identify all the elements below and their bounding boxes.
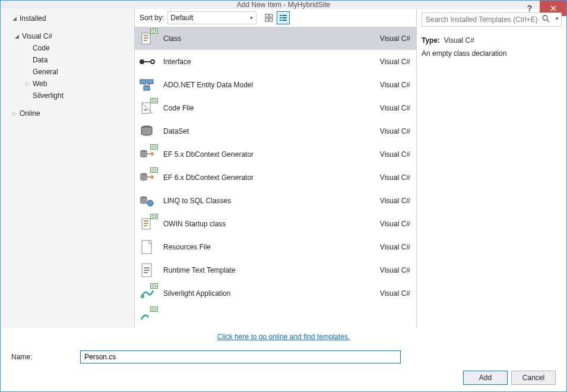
details-panel: ▼ Type: Visual C# An empty class declara…	[417, 9, 566, 328]
template-row[interactable]: InterfaceVisual C#	[135, 50, 416, 73]
template-row[interactable]: C#Silverlight ApplicationVisual C#	[135, 282, 416, 305]
template-row[interactable]: C#EF 6.x DbContext GeneratorVisual C#	[135, 166, 416, 189]
template-row[interactable]: C#Code FileVisual C#	[135, 96, 416, 119]
svg-rect-13	[144, 40, 147, 41]
tree-silverlight[interactable]: Silverlight	[1, 90, 134, 102]
svg-point-39	[543, 15, 547, 20]
window-title: Add New Item - MyHybridSite	[1, 1, 566, 9]
template-name: Runtime Text Template	[163, 266, 373, 274]
svg-rect-5	[282, 15, 287, 16]
svg-point-28	[147, 200, 153, 206]
view-small-icons-button[interactable]	[277, 11, 290, 24]
svg-line-40	[547, 20, 549, 22]
svg-rect-23	[144, 109, 147, 110]
svg-rect-35	[144, 267, 150, 268]
detail-description: An empty class declaration	[422, 49, 562, 58]
search-box: ▼	[422, 12, 562, 27]
chevron-down-icon[interactable]: ▼	[555, 16, 559, 21]
template-lang: Visual C#	[380, 104, 410, 112]
svg-rect-0	[265, 14, 268, 17]
tree-installed[interactable]: ◢ Installed	[1, 12, 134, 24]
cancel-button[interactable]: Cancel	[511, 371, 556, 385]
template-lang: Visual C#	[380, 266, 410, 274]
template-name: Class	[163, 34, 373, 43]
template-row[interactable]: Resources FileVisual C#	[135, 235, 416, 258]
tree-label: Silverlight	[33, 91, 64, 100]
svg-rect-36	[144, 270, 150, 271]
template-name: DataSet	[163, 127, 373, 135]
titlebar: Add New Item - MyHybridSite ?	[1, 1, 566, 9]
tree-visual-csharp[interactable]: ◢ Visual C#	[1, 30, 134, 42]
online-link-row: Click here to go online and find templat…	[1, 328, 566, 348]
template-lang: Visual C#	[380, 127, 410, 135]
svg-rect-19	[144, 86, 150, 90]
svg-rect-37	[144, 272, 148, 273]
template-lang: Visual C#	[380, 150, 410, 159]
tree-label: Online	[20, 109, 40, 118]
tree-online[interactable]: ▷ Online	[1, 108, 134, 119]
template-row[interactable]: C#OWIN Startup classVisual C#	[135, 212, 416, 235]
template-lang: Visual C#	[380, 289, 410, 298]
name-input[interactable]	[80, 350, 401, 363]
template-list-panel: Sort by: Default ▼ C#ClassVisual C#Inter…	[134, 9, 417, 328]
template-row[interactable]: Runtime Text TemplateVisual C#	[135, 258, 416, 282]
svg-rect-33	[142, 241, 151, 254]
svg-rect-1	[270, 14, 273, 17]
grid-icon	[265, 14, 273, 22]
add-button[interactable]: Add	[463, 371, 508, 385]
chevron-right-icon: ▷	[24, 81, 30, 87]
svg-line-21	[147, 84, 150, 86]
svg-rect-3	[270, 18, 273, 21]
tree-label: Code	[33, 44, 50, 52]
name-label: Name:	[11, 353, 75, 361]
detail-type-value: Visual C#	[444, 36, 474, 45]
tree-data[interactable]: Data	[1, 54, 134, 66]
template-name: Code File	[163, 104, 373, 112]
template-name: Resources File	[163, 243, 373, 251]
detail-type-label: Type:	[422, 36, 440, 45]
sort-label: Sort by:	[140, 14, 164, 22]
search-input[interactable]	[422, 12, 562, 27]
template-name: EF 5.x DbContext Generator	[163, 150, 373, 159]
online-templates-link[interactable]: Click here to go online and find templat…	[217, 333, 350, 341]
svg-rect-18	[147, 80, 153, 84]
template-lang: Visual C#	[380, 81, 410, 89]
svg-rect-2	[265, 18, 268, 21]
template-lang: Visual C#	[380, 173, 410, 182]
template-list[interactable]: C#ClassVisual C#InterfaceVisual C#ADO.NE…	[135, 27, 416, 328]
svg-rect-32	[144, 225, 147, 226]
template-row[interactable]: C#EF 5.x DbContext GeneratorVisual C#	[135, 143, 416, 166]
template-row[interactable]: DataSetVisual C#	[135, 119, 416, 143]
svg-rect-8	[280, 20, 281, 21]
category-tree: ◢ Installed ◢ Visual C# Code Data Genera…	[1, 9, 134, 328]
list-toolbar: Sort by: Default ▼	[135, 9, 416, 27]
sort-dropdown[interactable]: Default ▼	[167, 11, 256, 24]
svg-rect-4	[280, 15, 281, 16]
sort-value: Default	[170, 14, 193, 22]
tree-web[interactable]: ▷ Web	[1, 78, 134, 90]
svg-line-20	[143, 84, 147, 86]
svg-rect-6	[280, 17, 281, 18]
tree-label: Data	[33, 56, 47, 64]
template-name: Silverlight Application	[163, 289, 373, 298]
template-name: ADO.NET Entity Data Model	[163, 81, 373, 89]
template-row[interactable]: C#ClassVisual C#	[135, 27, 416, 50]
name-row: Name:	[1, 348, 566, 371]
detail-type: Type: Visual C#	[422, 36, 562, 45]
dialog-buttons: Add Cancel	[1, 371, 566, 392]
tree-label: General	[33, 68, 58, 76]
template-row[interactable]: LINQ to SQL ClassesVisual C#	[135, 189, 416, 212]
view-medium-icons-button[interactable]	[262, 11, 275, 24]
tree-label: Web	[33, 80, 47, 88]
tree-general[interactable]: General	[1, 66, 134, 78]
upper-panels: ◢ Installed ◢ Visual C# Code Data Genera…	[1, 9, 566, 328]
chevron-down-icon: ◢	[11, 15, 17, 21]
tree-code[interactable]: Code	[1, 42, 134, 54]
template-row[interactable]: C#	[135, 305, 416, 328]
chevron-down-icon: ▼	[249, 15, 254, 21]
template-row[interactable]: ADO.NET Entity Data ModelVisual C#	[135, 73, 416, 96]
close-icon	[550, 5, 556, 11]
svg-rect-30	[144, 220, 148, 222]
tree-label: Installed	[20, 14, 46, 23]
svg-rect-7	[282, 17, 287, 18]
